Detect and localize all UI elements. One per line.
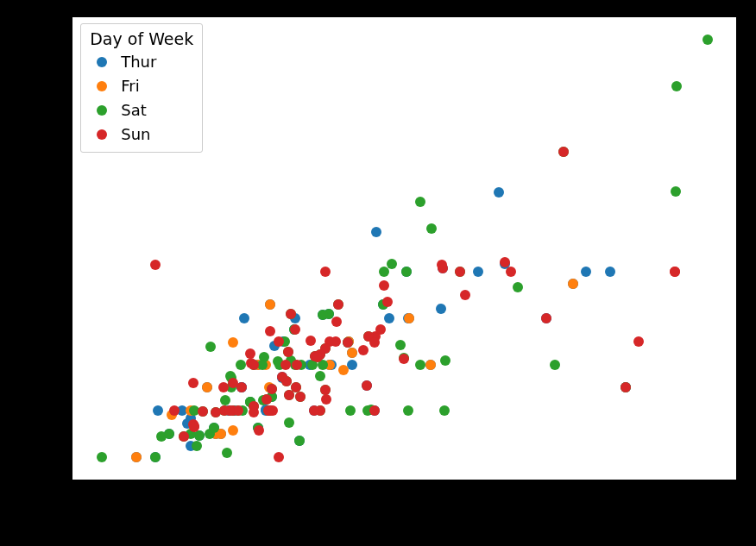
- scatter-point: [702, 35, 713, 45]
- scatter-point: [362, 380, 372, 391]
- scatter-point: [274, 336, 284, 347]
- scatter-point: [320, 267, 331, 277]
- legend-entry: Thur: [90, 50, 193, 74]
- scatter-point: [550, 360, 560, 370]
- scatter-point: [261, 394, 272, 405]
- scatter-point: [284, 417, 294, 428]
- scatter-point: [202, 382, 212, 392]
- scatter-point: [267, 384, 277, 394]
- scatter-point: [236, 360, 246, 370]
- legend-swatch-icon: [97, 81, 107, 91]
- scatter-point: [236, 382, 247, 392]
- scatter-point: [220, 395, 230, 405]
- scatter-point: [415, 360, 425, 370]
- scatter-point: [192, 441, 202, 451]
- scatter-point: [358, 345, 369, 355]
- scatter-point: [379, 280, 389, 291]
- scatter-point: [401, 267, 412, 277]
- scatter-point: [218, 382, 229, 392]
- scatter-point: [179, 431, 189, 442]
- figure: Day of Week ThurFriSatSun: [0, 0, 756, 546]
- legend-entry: Fri: [90, 74, 193, 98]
- scatter-point: [222, 448, 232, 458]
- scatter-point: [345, 405, 356, 416]
- scatter-point: [506, 267, 516, 277]
- scatter-point: [205, 342, 216, 352]
- scatter-point: [426, 223, 437, 234]
- scatter-point: [286, 309, 296, 319]
- legend-label: Fri: [121, 77, 139, 95]
- scatter-point: [239, 313, 249, 323]
- scatter-point: [312, 352, 323, 362]
- scatter-point: [382, 297, 393, 307]
- scatter-point: [249, 360, 259, 370]
- scatter-point: [343, 337, 353, 348]
- scatter-point: [188, 378, 198, 388]
- scatter-point: [404, 313, 414, 323]
- scatter-point: [333, 299, 343, 310]
- legend-swatch-icon: [97, 129, 107, 140]
- scatter-point: [315, 371, 325, 381]
- scatter-point: [321, 394, 331, 405]
- scatter-point: [249, 401, 259, 411]
- scatter-point: [371, 227, 381, 237]
- legend-entry: Sun: [90, 122, 193, 147]
- scatter-point: [254, 425, 264, 436]
- scatter-point: [169, 405, 180, 416]
- scatter-point: [283, 347, 293, 357]
- scatter-point: [568, 279, 578, 289]
- scatter-point: [369, 405, 380, 416]
- scatter-point: [395, 340, 406, 350]
- scatter-point: [189, 421, 199, 431]
- scatter-point: [318, 310, 328, 320]
- scatter-point: [375, 324, 386, 335]
- scatter-point: [403, 405, 413, 416]
- legend-label: Sun: [121, 125, 150, 143]
- scatter-point: [399, 354, 409, 364]
- scatter-point: [455, 267, 465, 277]
- legend-entry: Sat: [90, 98, 193, 122]
- legend-swatch-icon: [97, 105, 107, 116]
- scatter-point: [384, 313, 394, 323]
- scatter-point: [198, 406, 208, 417]
- scatter-point: [671, 81, 682, 91]
- scatter-point: [211, 407, 221, 417]
- scatter-point: [500, 257, 510, 267]
- scatter-point: [274, 452, 284, 462]
- scatter-point: [306, 336, 316, 346]
- legend: Day of Week ThurFriSatSun: [80, 23, 203, 153]
- scatter-point: [541, 313, 551, 323]
- scatter-point: [164, 429, 174, 439]
- scatter-point: [670, 267, 680, 277]
- scatter-point: [671, 186, 681, 197]
- scatter-point: [294, 436, 305, 446]
- scatter-point: [436, 304, 446, 314]
- scatter-point: [494, 187, 504, 198]
- scatter-point: [150, 260, 161, 270]
- scatter-point: [265, 299, 275, 310]
- scatter-point: [513, 282, 523, 292]
- scatter-point: [290, 324, 300, 335]
- scatter-point: [369, 337, 380, 348]
- scatter-point: [437, 260, 447, 270]
- scatter-point: [581, 267, 591, 277]
- scatter-point: [263, 405, 274, 416]
- scatter-point: [228, 425, 238, 436]
- scatter-point: [425, 360, 436, 370]
- scatter-point: [228, 378, 238, 388]
- scatter-point: [621, 382, 631, 392]
- scatter-point: [331, 317, 342, 327]
- scatter-point: [97, 452, 107, 462]
- scatter-point: [347, 348, 357, 358]
- scatter-point: [605, 267, 615, 277]
- scatter-point: [265, 326, 275, 336]
- scatter-point: [338, 365, 349, 375]
- scatter-point: [292, 360, 302, 370]
- legend-swatch-icon: [97, 57, 107, 67]
- scatter-point: [309, 405, 319, 416]
- scatter-point: [415, 197, 425, 207]
- scatter-point: [558, 147, 569, 157]
- scatter-point: [209, 423, 219, 433]
- scatter-point: [295, 392, 306, 402]
- scatter-point: [277, 372, 287, 382]
